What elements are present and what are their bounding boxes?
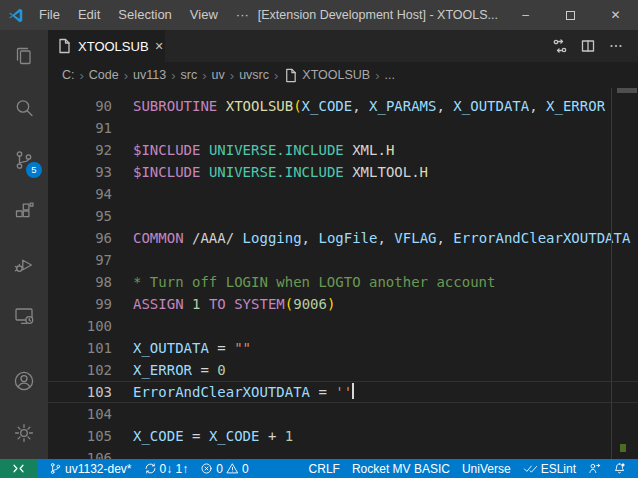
code-line[interactable]: 105X_CODE = X_CODE + 1 <box>48 425 638 447</box>
breadcrumb-item-c[interactable]: C: <box>62 68 75 82</box>
code-line[interactable]: 106 <box>48 447 638 459</box>
activity-run-debug[interactable] <box>0 238 48 290</box>
code-line[interactable]: 101X_OUTDATA = "" <box>48 337 638 359</box>
minimize-button[interactable]: – <box>503 0 548 30</box>
line-number[interactable]: 96 <box>48 227 112 249</box>
git-branch-status[interactable]: uv1132-dev* <box>43 459 138 478</box>
code-token: SYSTEM <box>234 296 285 312</box>
problems-status[interactable]: 0 0 <box>194 459 254 478</box>
line-number[interactable]: 100 <box>48 315 112 337</box>
eslint-status[interactable]: ESLint <box>517 459 582 478</box>
code-line[interactable]: 90SUBROUTINE XTOOLSUB(X_CODE, X_PARAMS, … <box>48 95 638 117</box>
line-number[interactable]: 106 <box>48 447 112 459</box>
menu-view[interactable]: View <box>181 0 227 30</box>
remote-indicator[interactable] <box>0 459 37 478</box>
breadcrumb-item-code[interactable]: Code <box>89 68 119 82</box>
line-number[interactable]: 92 <box>48 139 112 161</box>
feedback-button[interactable] <box>582 459 607 478</box>
activity-explorer[interactable] <box>0 30 48 82</box>
line-number[interactable]: 98 <box>48 271 112 293</box>
more-actions-icon <box>608 38 624 54</box>
menu-file[interactable]: File <box>30 0 69 30</box>
sync-icon <box>144 462 157 475</box>
code-line[interactable]: 94 <box>48 183 638 205</box>
line-number[interactable]: 101 <box>48 337 112 359</box>
notifications-button[interactable] <box>607 459 632 478</box>
breadcrumb-item-uvsrc[interactable]: uvsrc <box>239 68 269 82</box>
activity-remote-explorer[interactable] <box>0 290 48 342</box>
sync-label: 0↓ 1↑ <box>160 462 189 476</box>
language-mode[interactable]: Rocket MV BASIC <box>346 459 456 478</box>
line-number[interactable]: 94 <box>48 183 112 205</box>
vertical-scrollbar-thumb[interactable] <box>617 88 637 93</box>
code-token: = <box>209 340 234 356</box>
activity-extensions[interactable] <box>0 186 48 238</box>
eol-indicator[interactable]: CRLF <box>303 459 346 478</box>
code-token: '' <box>335 384 352 400</box>
code-token: X_OUTDATA <box>133 340 209 356</box>
activity-settings[interactable] <box>0 407 48 459</box>
code-line[interactable]: 99ASSIGN 1 TO SYSTEM(9006) <box>48 293 638 315</box>
breadcrumb-item-src[interactable]: src <box>181 68 198 82</box>
code-token: ErrorAndClearXOUTDATA <box>133 384 310 400</box>
line-number[interactable]: 91 <box>48 117 112 139</box>
menu-selection[interactable]: Selection <box>109 0 180 30</box>
code-line[interactable]: 92$INCLUDE UNIVERSE.INCLUDE XML.H <box>48 139 638 161</box>
line-number[interactable]: 99 <box>48 293 112 315</box>
code-line[interactable]: 104 <box>48 403 638 425</box>
tab-xtoolsub[interactable]: XTOOLSUB ✕ <box>48 30 166 62</box>
code-line[interactable]: 95 <box>48 205 638 227</box>
line-number[interactable]: 102 <box>48 359 112 381</box>
activity-accounts[interactable] <box>0 355 48 407</box>
code-line[interactable]: 96COMMON /AAA/ Logging, LogFile, VFLAG, … <box>48 227 638 249</box>
code-line[interactable]: 97 <box>48 249 638 271</box>
maximize-button[interactable] <box>548 0 593 30</box>
open-changes-button[interactable] <box>546 30 574 62</box>
code-line[interactable]: 100 <box>48 315 638 337</box>
tab-close-icon[interactable]: ✕ <box>149 40 164 53</box>
breadcrumb-item-uv[interactable]: uv <box>212 68 225 82</box>
code-token: 1 <box>285 428 293 444</box>
breadcrumb-label: uv113 <box>133 68 166 82</box>
maximize-icon <box>566 11 575 20</box>
code-line[interactable]: 93$INCLUDE UNIVERSE.INCLUDE XMLTOOL.H <box>48 161 638 183</box>
line-number[interactable]: 105 <box>48 425 112 447</box>
breadcrumb-label: uv <box>212 68 225 82</box>
breadcrumb-label: Code <box>89 68 119 82</box>
breadcrumb-item-[interactable]: ... <box>385 68 395 82</box>
code-token: , <box>436 98 453 114</box>
code-token: X_CODE <box>302 98 353 114</box>
line-number[interactable]: 93 <box>48 161 112 183</box>
code-token: XMLTOOL. <box>352 164 419 180</box>
code-editor[interactable]: 90SUBROUTINE XTOOLSUB(X_CODE, X_PARAMS, … <box>48 88 638 459</box>
activity-source-control[interactable]: 5 <box>0 134 48 186</box>
code-text <box>112 117 133 139</box>
code-line[interactable]: 103ErrorAndClearXOUTDATA = '' <box>48 381 638 403</box>
line-number[interactable]: 103 <box>48 382 112 402</box>
line-number[interactable]: 97 <box>48 249 112 271</box>
platform-status[interactable]: UniVerse <box>456 459 517 478</box>
line-number[interactable]: 104 <box>48 403 112 425</box>
code-token: , <box>529 98 546 114</box>
menu-edit[interactable]: Edit <box>69 0 109 30</box>
code-token: X_PARAMS <box>369 98 436 114</box>
platform-label: UniVerse <box>462 462 511 476</box>
scrollbar-border <box>611 88 612 459</box>
code-token: "" <box>234 340 251 356</box>
activity-search[interactable] <box>0 82 48 134</box>
code-line[interactable]: 98* Turn off LOGIN when LOGTO another ac… <box>48 271 638 293</box>
code-line[interactable]: 91 <box>48 117 638 139</box>
files-icon <box>12 44 36 68</box>
more-actions-button[interactable] <box>602 30 630 62</box>
line-number[interactable]: 90 <box>48 95 112 117</box>
menu-more[interactable]: ··· <box>227 0 258 30</box>
line-number[interactable]: 95 <box>48 205 112 227</box>
sync-status[interactable]: 0↓ 1↑ <box>138 459 195 478</box>
code-line[interactable]: 102X_ERROR = 0 <box>48 359 638 381</box>
extensions-icon <box>12 200 36 224</box>
code-text: $INCLUDE UNIVERSE.INCLUDE XML.H <box>112 139 394 161</box>
close-button[interactable]: ✕ <box>593 0 638 30</box>
breadcrumb-item-xtoolsub[interactable]: XTOOLSUB <box>283 68 370 83</box>
split-editor-button[interactable] <box>574 30 602 62</box>
breadcrumb-item-uv113[interactable]: uv113 <box>133 68 166 82</box>
